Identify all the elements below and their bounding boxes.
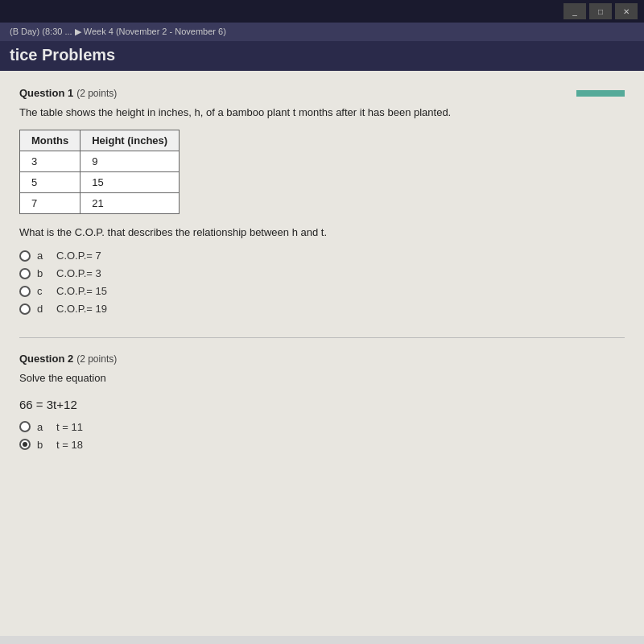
table-row: 7 21 [20,193,180,214]
window-controls: _ □ ✕ [564,3,638,19]
question-2-block: Question 2 (2 points) Solve the equation… [19,353,625,450]
maximize-button[interactable]: □ [589,3,612,19]
option-1a-value: C.O.P.= 7 [56,250,101,262]
option-1c-letter: c [37,285,50,297]
question-1-header: Question 1 (2 points) [19,87,625,99]
option-1c-value: C.O.P.= 15 [56,285,107,297]
question-2-equation: 66 = 3t+12 [19,396,625,413]
question-2-options: a t = 11 b t = 18 [19,421,625,451]
screen: _ □ ✕ (B Day) (8:30 ... ▶ Week 4 (Novemb… [0,0,644,644]
question-1-progress-fill [576,90,625,97]
option-1b-letter: b [37,267,50,279]
option-1a-letter: a [37,250,50,262]
question-1-text: The table shows the height in inches, h,… [19,105,625,120]
option-1d-letter: d [37,303,50,315]
content-area: (B Day) (8:30 ... ▶ Week 4 (November 2 -… [0,23,644,644]
page-title-bar: tice Problems [0,41,644,71]
table-row: 5 15 [20,172,180,193]
option-2a-letter: a [37,421,50,433]
table-row: 3 9 [20,151,180,172]
radio-2a[interactable] [19,421,31,432]
radio-1b[interactable] [19,268,31,279]
radio-2b[interactable] [19,439,31,450]
option-2a-value: t = 11 [56,421,83,433]
question-1-block: Question 1 (2 points) The table shows th… [19,87,625,315]
question-2-points: (2 points) [76,353,117,365]
table-cell: 7 [20,193,80,214]
radio-1c[interactable] [19,286,31,297]
option-2b-letter: b [37,439,50,451]
option-1c[interactable]: c C.O.P.= 15 [19,285,625,297]
option-1a[interactable]: a C.O.P.= 7 [19,250,625,262]
table-cell: 5 [20,172,80,193]
option-1d-value: C.O.P.= 19 [56,303,107,315]
table-cell: 15 [80,172,180,193]
question-2-text: Solve the equation [19,371,625,386]
question-2-label: Question 2 [19,353,73,365]
radio-1d[interactable] [19,303,31,315]
question-2-header: Question 2 (2 points) [19,353,625,365]
divider [19,337,625,338]
breadcrumb: (B Day) (8:30 ... ▶ Week 4 (November 2 -… [0,23,644,41]
main-content: Question 1 (2 points) The table shows th… [0,71,644,636]
option-1b-value: C.O.P.= 3 [56,267,101,279]
option-2b-value: t = 18 [56,439,83,451]
option-2a[interactable]: a t = 11 [19,421,625,433]
breadcrumb-text: (B Day) (8:30 ... ▶ Week 4 (November 2 -… [10,27,226,36]
question-1-points: (2 points) [76,88,117,99]
question-1-subtext: What is the C.O.P. that describes the re… [19,225,625,240]
close-button[interactable]: ✕ [615,3,638,19]
page-title: tice Problems [10,46,115,64]
question-1-label: Question 1 [19,87,73,99]
question-1-progress [576,90,625,97]
table-header-months: Months [20,130,80,151]
question-1-options: a C.O.P.= 7 b C.O.P.= 3 c C.O.P.= 15 [19,250,625,315]
option-1b[interactable]: b C.O.P.= 3 [19,267,625,279]
option-2b[interactable]: b t = 18 [19,439,625,451]
minimize-button[interactable]: _ [564,3,586,19]
radio-1a[interactable] [19,250,31,262]
question-1-table: Months Height (inches) 3 9 5 15 [19,130,180,214]
table-cell: 21 [80,193,180,214]
top-bar: _ □ ✕ [0,0,644,23]
table-cell: 9 [80,151,180,172]
option-1d[interactable]: d C.O.P.= 19 [19,303,625,315]
table-header-height: Height (inches) [80,130,180,151]
table-cell: 3 [20,151,80,172]
